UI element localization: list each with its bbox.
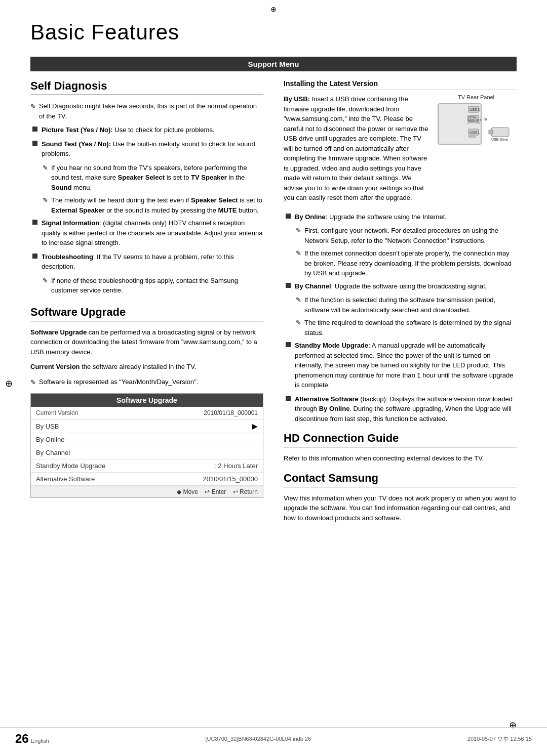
bullet-icon xyxy=(286,283,291,288)
by-usb-row[interactable]: By USB ▶ xyxy=(31,419,263,433)
footer-left: [UC8700_32]BN68-02842G-00L04.indb 26 xyxy=(206,736,311,742)
software-version-note: ✎ Software is represented as "Year/Month… xyxy=(30,377,263,388)
current-version-value: 2010/01/18_000001 xyxy=(204,409,258,416)
svg-text:(OPTICAL): (OPTICAL) xyxy=(467,121,480,124)
svg-text:USB 1: USB 1 xyxy=(470,131,480,134)
standby-mode-section: Standby Mode Upgrade: A manual upgrade w… xyxy=(284,341,517,390)
pencil-icon: ✎ xyxy=(296,295,301,305)
tv-rear-panel-diagram: USB 2 DIGITAL AUDIO OUT (OPTICAL) or USB… xyxy=(436,101,512,147)
alternative-software-label: Alternative Software xyxy=(36,475,203,483)
footer-right: 2010-05-07 오후 12:56 15 xyxy=(467,735,532,743)
hd-connection-section: HD Connection Guide Refer to this inform… xyxy=(284,432,517,464)
by-online-section: By Online: Upgrade the software using th… xyxy=(284,212,517,222)
svg-text:or: or xyxy=(484,117,487,121)
bullet-icon xyxy=(32,141,37,146)
by-online-sub1: ✎ First, configure your network. For det… xyxy=(284,226,517,245)
contact-samsung-section: Contact Samsung View this information wh… xyxy=(284,472,517,523)
pencil-icon: ✎ xyxy=(30,377,36,388)
svg-text:USB Drive: USB Drive xyxy=(491,138,508,141)
software-upgrade-section: Software Upgrade Software Upgrade can be… xyxy=(30,306,263,498)
installing-latest-title: Installing the Latest Version xyxy=(284,79,517,90)
standby-mode-value: : 2 Hours Later xyxy=(214,462,258,470)
bullet-icon xyxy=(286,396,291,401)
by-online-row[interactable]: By Online xyxy=(31,433,263,446)
pencil-icon: ✎ xyxy=(296,226,301,236)
current-version-row: Current Version 2010/01/18_000001 xyxy=(31,407,263,419)
self-diagnosis-title: Self Diagnosis xyxy=(30,79,263,95)
pencil-icon: ✎ xyxy=(296,318,301,328)
by-usb-section: By USB: Insert a USB drive containing th… xyxy=(284,94,517,207)
standby-mode-label: Standby Mode Upgrade xyxy=(36,462,214,470)
by-usb-text: By USB: Insert a USB drive containing th… xyxy=(284,94,431,207)
alternative-software-row[interactable]: Alternative Software 2010/01/15_00000 xyxy=(31,473,263,486)
bullet-icon xyxy=(286,214,291,219)
page-title: Basic Features xyxy=(30,20,517,45)
support-menu-bar: Support Menu xyxy=(30,57,517,71)
svg-text:USB 2: USB 2 xyxy=(470,108,480,111)
self-diagnosis-intro: ✎ Self Diagnostic might take few seconds… xyxy=(30,101,263,121)
by-usb-arrow: ▶ xyxy=(252,422,258,430)
troubleshooting-item: Troubleshooting: If the TV seems to have… xyxy=(30,252,263,272)
software-upgrade-intro2: Current Version the software already ins… xyxy=(30,362,263,372)
svg-text:(HDD): (HDD) xyxy=(468,135,476,138)
sound-test-item: Sound Test (Yes / No): Use the built-in … xyxy=(30,139,263,159)
alternative-software-section: Alternative Software (backup): Displays … xyxy=(284,394,517,424)
page-number: 26 xyxy=(15,732,29,746)
troubleshooting-sub: ✎ If none of these troubleshooting tips … xyxy=(30,276,263,296)
page-number-block: 26 English xyxy=(15,732,49,746)
hd-connection-title: HD Connection Guide xyxy=(284,432,517,447)
contact-samsung-text: View this information when your TV does … xyxy=(284,493,517,523)
left-column: Self Diagnosis ✎ Self Diagnostic might t… xyxy=(30,79,263,528)
by-channel-sub1: ✎ If the function is selected during the… xyxy=(284,295,517,315)
software-upgrade-title: Software Upgrade xyxy=(30,306,263,321)
usb-diagram-block: TV Rear Panel USB 2 DIGITAL AUDIO OUT (O… xyxy=(436,94,517,148)
bullet-icon xyxy=(32,127,37,132)
by-online-sub2: ✎ If the internet connection doesn't ope… xyxy=(284,248,517,278)
bullet-icon xyxy=(286,342,291,347)
software-table-footer: ◆ Move ↵ Enter ↩ Return xyxy=(31,486,263,497)
self-diagnosis-section: Self Diagnosis ✎ Self Diagnostic might t… xyxy=(30,79,263,296)
svg-rect-11 xyxy=(491,128,509,137)
hd-connection-text: Refer to this information when connectin… xyxy=(284,453,517,464)
by-channel-sub2: ✎ The time required to download the soft… xyxy=(284,318,517,338)
by-channel-label: By Channel xyxy=(36,449,258,456)
by-online-label: By Online xyxy=(36,436,258,443)
pencil-icon: ✎ xyxy=(43,163,48,173)
signal-info-item: Signal Information: (digital channels on… xyxy=(30,218,263,248)
by-channel-row[interactable]: By Channel xyxy=(31,446,263,459)
svg-rect-12 xyxy=(489,130,493,134)
current-version-label: Current Version xyxy=(36,409,204,416)
pencil-icon: ✎ xyxy=(296,248,301,259)
language-label: English xyxy=(31,738,49,744)
software-upgrade-table: Software Upgrade Current Version 2010/01… xyxy=(30,393,263,498)
tv-rear-panel-label: TV Rear Panel xyxy=(436,94,517,100)
by-channel-section: By Channel: Upgrade the software using t… xyxy=(284,281,517,291)
pencil-icon: ✎ xyxy=(43,276,48,286)
sound-test-sub2: ✎ The melody will be heard during the te… xyxy=(30,195,263,215)
pencil-icon: ✎ xyxy=(43,195,48,205)
bullet-icon xyxy=(32,220,37,225)
pencil-icon: ✎ xyxy=(30,102,36,112)
right-column: Installing the Latest Version By USB: In… xyxy=(284,79,517,528)
by-usb-label: By USB xyxy=(36,423,252,430)
bullet-icon xyxy=(32,254,37,259)
software-table-header: Software Upgrade xyxy=(31,394,263,407)
alternative-software-value: 2010/01/15_00000 xyxy=(203,475,258,483)
compass-top-icon: ⊕ xyxy=(270,5,277,13)
standby-mode-row[interactable]: Standby Mode Upgrade : 2 Hours Later xyxy=(31,459,263,473)
page-footer: 26 English [UC8700_32]BN68-02842G-00L04.… xyxy=(0,727,547,746)
contact-samsung-title: Contact Samsung xyxy=(284,472,517,487)
compass-left-icon: ⊕ xyxy=(5,378,13,389)
picture-test-item: Picture Test (Yes / No): Use to check fo… xyxy=(30,125,263,135)
sound-test-sub1: ✎ If you hear no sound from the TV's spe… xyxy=(30,163,263,193)
software-upgrade-intro1: Software Upgrade can be performed via a … xyxy=(30,327,263,357)
